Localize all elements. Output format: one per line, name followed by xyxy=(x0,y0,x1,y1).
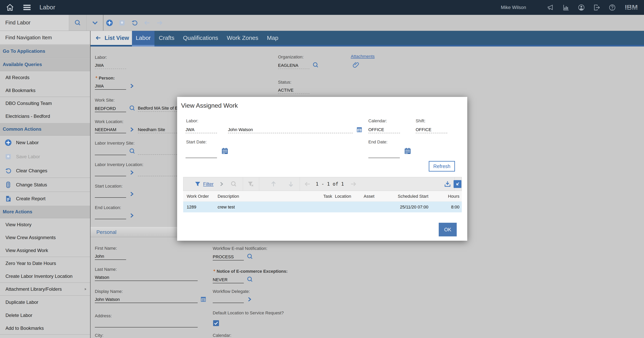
sidebar-header-go-to-applications[interactable]: Go To Applications xyxy=(0,44,90,58)
announcement-icon[interactable] xyxy=(547,4,554,11)
table-search-icon xyxy=(230,181,237,188)
field-city: City: xyxy=(95,332,104,338)
menu-icon[interactable] xyxy=(22,3,32,12)
sidebar-item-all-records[interactable]: All Records xyxy=(0,71,90,84)
labor-inventory-site-description xyxy=(138,148,177,155)
field-first-name: First Name: John xyxy=(95,245,126,260)
notice-of-ecommerce-exceptions-input[interactable]: NEVER xyxy=(213,276,244,283)
workflow-delegate-input[interactable] xyxy=(213,296,244,303)
work-location-input[interactable]: NEEDHAM xyxy=(95,126,126,133)
work-location-detail-icon[interactable] xyxy=(129,127,135,132)
tab-crafts[interactable]: Crafts xyxy=(159,34,174,41)
column-description[interactable]: Description xyxy=(216,191,318,202)
download-icon[interactable] xyxy=(444,181,451,188)
tab-map[interactable]: Map xyxy=(267,34,278,41)
labor-inventory-site-input[interactable] xyxy=(95,148,126,155)
sidebar-item-delete-labor[interactable]: Delete Labor xyxy=(0,309,90,322)
field-calendar: Calendar: xyxy=(213,332,231,338)
find-search-button[interactable] xyxy=(69,15,86,31)
list-view-button[interactable]: List View xyxy=(90,31,132,45)
notice-of-ecommerce-exceptions-select-icon[interactable] xyxy=(246,276,254,283)
logout-icon[interactable] xyxy=(593,4,600,11)
first-name-input[interactable]: John xyxy=(95,253,126,260)
default-location-checkbox[interactable] xyxy=(213,320,219,326)
sidebar-item-new-labor[interactable]: New Labor xyxy=(0,136,90,150)
sidebar-item-duplicate-labor[interactable]: Duplicate Labor xyxy=(0,296,90,309)
workflow-email-notification-select-icon[interactable] xyxy=(246,253,254,260)
cell-scheduled-start[interactable]: 25/11/20 07:00 xyxy=(381,202,434,212)
column-location[interactable]: Location xyxy=(333,191,360,202)
sidebar-item-dbo-consulting-team[interactable]: DBO Consulting Team xyxy=(0,97,90,110)
tab-work-zones[interactable]: Work Zones xyxy=(227,34,258,41)
cell-work-order[interactable]: 1289 xyxy=(183,202,216,212)
end-location-detail-icon[interactable] xyxy=(129,213,135,218)
sidebar-item-add-to-bookmarks[interactable]: Add to Bookmarks xyxy=(0,322,90,335)
help-icon[interactable] xyxy=(608,4,616,11)
field-display-name: Display Name: John Watson xyxy=(95,288,206,303)
refresh-button[interactable]: Refresh xyxy=(429,161,455,172)
sidebar-item-create-labor-inventory-location[interactable]: Create Labor Inventory Location xyxy=(0,270,90,283)
dialog-labor-detail-menu-icon[interactable] xyxy=(356,127,362,133)
column-scheduled-start[interactable]: Scheduled Start xyxy=(381,191,434,202)
sidebar-item-zero-year-to-date-hours[interactable]: Zero Year to Date Hours xyxy=(0,257,90,270)
work-site-input[interactable]: BEDFORD xyxy=(95,105,126,112)
sidebar-item-all-bookmarks[interactable]: All Bookmarks xyxy=(0,84,90,97)
column-hours[interactable]: Hours xyxy=(434,191,462,202)
cell-task[interactable] xyxy=(318,202,333,212)
last-name-input[interactable]: Watson xyxy=(95,274,198,281)
labor-inventory-site-select-icon[interactable] xyxy=(129,148,136,155)
display-name-input[interactable]: John Watson xyxy=(95,296,198,303)
person-input[interactable]: JWA xyxy=(95,83,126,90)
tab-qualifications[interactable]: Qualifications xyxy=(183,34,218,41)
minimize-table-button[interactable] xyxy=(454,180,462,188)
sidebar-item-create-report[interactable]: Create Report xyxy=(0,192,90,205)
labor-inventory-location-detail-icon[interactable] xyxy=(129,170,135,175)
attachments-link[interactable]: Attachments xyxy=(351,54,374,59)
sidebar-item-clear-changes[interactable]: Clear Changes xyxy=(0,164,90,178)
end-date-calendar-icon[interactable] xyxy=(404,147,411,155)
filter-icon[interactable] xyxy=(194,181,201,187)
profile-icon[interactable] xyxy=(578,4,585,11)
end-location-input[interactable] xyxy=(95,212,126,219)
workflow-email-notification-input[interactable]: PROCESS xyxy=(213,253,244,261)
home-icon[interactable] xyxy=(6,3,14,12)
sidebar-item-attachment-library-folders[interactable]: Attachment Library/Folders xyxy=(0,283,90,296)
organization-select-icon[interactable] xyxy=(312,61,319,69)
sidebar-item-view-assigned-work[interactable]: View Assigned Work xyxy=(0,244,90,257)
user-name[interactable]: Mike Wilson xyxy=(501,5,526,10)
start-location-input[interactable] xyxy=(95,191,126,198)
start-location-detail-icon[interactable] xyxy=(129,191,135,197)
column-work-order[interactable]: Work Order xyxy=(183,191,216,202)
column-asset[interactable]: Asset xyxy=(360,191,381,202)
query-dropdown-button[interactable] xyxy=(87,15,103,31)
address-input[interactable] xyxy=(95,321,198,328)
display-name-detail-menu-icon[interactable] xyxy=(200,296,206,302)
cell-asset[interactable] xyxy=(360,202,381,212)
find-record-input[interactable]: Find Labor xyxy=(0,15,69,31)
ok-button[interactable]: OK xyxy=(439,223,457,236)
cell-location[interactable] xyxy=(333,202,360,212)
start-date-calendar-icon[interactable] xyxy=(221,147,228,155)
paperclip-icon[interactable] xyxy=(352,61,360,69)
person-detail-icon[interactable] xyxy=(129,83,135,89)
table-row[interactable]: 1289 crew test 25/11/20 07:00 8:00 xyxy=(183,202,462,212)
filter-link[interactable]: Filter xyxy=(203,181,214,187)
sidebar-item-view-history[interactable]: View History xyxy=(0,218,90,231)
cell-hours[interactable]: 8:00 xyxy=(434,202,462,212)
sidebar-item-view-crew-assignments[interactable]: View Crew Assignments xyxy=(0,231,90,244)
chart-icon[interactable] xyxy=(562,4,570,11)
new-record-button[interactable] xyxy=(106,19,113,26)
find-navigation-input[interactable]: Find Navigation Item xyxy=(0,31,90,44)
workflow-delegate-detail-icon[interactable] xyxy=(246,296,252,302)
tab-labor[interactable]: Labor xyxy=(132,31,154,45)
dialog-start-date-input[interactable] xyxy=(186,151,217,158)
labor-inventory-location-input[interactable] xyxy=(95,169,126,176)
sidebar-item-electricians-bedford[interactable]: Electricians - Bedford xyxy=(0,110,90,123)
column-task[interactable]: Task xyxy=(318,191,333,202)
clear-changes-button[interactable] xyxy=(131,19,138,26)
work-site-select-icon[interactable] xyxy=(129,105,136,112)
dialog-end-date-input[interactable] xyxy=(368,151,400,158)
filter-expand-icon[interactable] xyxy=(219,181,224,187)
sidebar-item-change-status[interactable]: Change Status xyxy=(0,178,90,192)
cell-description[interactable]: crew test xyxy=(216,202,318,212)
